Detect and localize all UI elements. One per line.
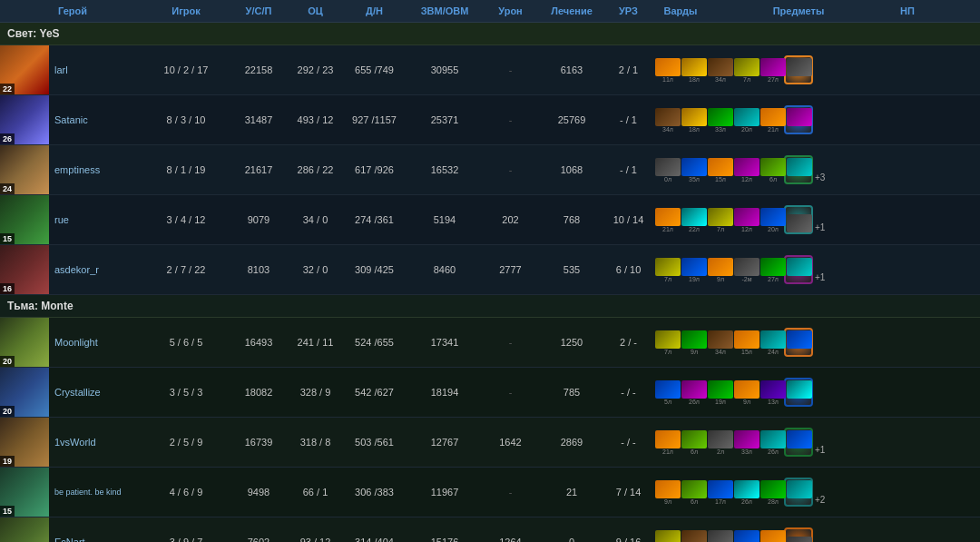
item-group: 21л: [655, 430, 681, 455]
hero-portrait: 24: [0, 145, 49, 194]
data-cell: 318 / 8: [290, 435, 340, 449]
light-team-rows: 22larl10 / 2 / 1722158292 / 23655 /74930…: [0, 45, 980, 295]
item-group: 18л: [681, 108, 707, 133]
hero-portrait: 15: [0, 195, 49, 244]
item-slot: [681, 58, 707, 76]
data-cell: 617 /926: [340, 163, 408, 177]
item-group: 22л: [681, 208, 707, 232]
hero-cell: 15be patient. be kind: [0, 468, 145, 517]
data-cell: 10 / 2 / 17: [145, 63, 227, 77]
item-time: 6л: [691, 498, 698, 505]
table-row: 20Moonlight5 / 6 / 516493241 / 11524 /65…: [0, 318, 980, 368]
item-slot: [760, 430, 786, 448]
data-cell: 2777: [481, 262, 540, 277]
data-cell: 31487: [227, 113, 290, 127]
data-cell: 328 / 9: [290, 385, 340, 399]
item-time: 7л: [664, 349, 671, 355]
data-cell: 12767: [408, 435, 481, 449]
data-cell: 11967: [408, 485, 481, 499]
data-cell: 16493: [227, 335, 290, 350]
item-slot: [734, 58, 760, 76]
item-group: 12л: [760, 530, 786, 543]
data-cell: 524 /655: [340, 335, 408, 350]
item-slot: [708, 258, 733, 276]
item-time: 21л: [662, 226, 673, 232]
team-light-header: Свет: YeS: [0, 23, 980, 45]
item-group: [787, 537, 812, 543]
item-group: 35л: [681, 158, 707, 182]
item-group: 18л: [681, 58, 707, 83]
data-cell: 18194: [408, 385, 481, 399]
item-slot: [734, 158, 760, 176]
data-cell: 274 /361: [340, 212, 408, 227]
item-slot: [734, 430, 760, 448]
item-slot: [734, 108, 760, 126]
items-cell: 34л18л33л20л21л25л: [653, 106, 708, 134]
item-time: 9л: [691, 349, 698, 355]
hero-level: 16: [0, 283, 15, 294]
data-cell: 493 / 12: [290, 113, 340, 127]
hero-cell: 22larl: [0, 45, 145, 94]
data-cell: 5 / 6 / 5: [145, 335, 227, 350]
data-cell: 202: [481, 212, 540, 227]
item-time: 7л: [664, 276, 671, 282]
data-cell: 9 / 16: [603, 535, 653, 542]
items-cell: 9л6л17л26л28л32л+2: [653, 478, 708, 507]
hero-name: rue: [54, 214, 69, 225]
items-cell: 21л22л7л12л20л+1: [653, 206, 708, 234]
data-cell: 286 / 22: [290, 163, 340, 177]
data-cell: 9498: [227, 485, 290, 499]
item-time: 18л: [689, 126, 700, 133]
item-slot: [708, 430, 733, 448]
col-player: Игрок: [145, 4, 227, 18]
data-cell: - / 1: [603, 113, 653, 127]
data-cell: 6163: [540, 63, 603, 77]
data-cell: 2 / 7 / 22: [145, 262, 227, 277]
table-row: 24emptiness8 / 1 / 1921617286 / 22617 /9…: [0, 145, 980, 195]
items-cell: 7л19л9л-2м27л-2м+1: [653, 256, 708, 284]
hero-name: Crystallize: [54, 387, 101, 398]
item-slot: [681, 480, 707, 498]
item-time: 5л: [664, 399, 671, 405]
item-slot: [787, 214, 812, 232]
data-cell: 927 /1157: [340, 113, 408, 127]
item-time: 35л: [689, 176, 700, 182]
col-dn: Д/Н: [340, 4, 408, 18]
hero-portrait: 19: [0, 418, 49, 467]
item-group: 0л: [708, 530, 733, 543]
hero-name: larl: [54, 64, 68, 75]
data-cell: 3 / 9 / 7: [145, 535, 227, 542]
item-slot: [787, 430, 812, 448]
data-cell: 309 /425: [340, 262, 408, 277]
item-slot: [708, 58, 733, 76]
item-slot: [734, 330, 760, 349]
data-cell: 25769: [540, 113, 603, 127]
items-cell: 5л26л19л9л13л33л: [653, 379, 708, 407]
data-cell: 785: [540, 385, 603, 399]
data-cell: 7602: [227, 535, 290, 542]
item-slot: [760, 58, 786, 76]
col-kda: У/С/П: [227, 4, 290, 18]
item-slot: [787, 380, 812, 399]
data-cell: -: [481, 63, 540, 77]
item-slot: [708, 208, 733, 226]
data-cell: 15176: [408, 535, 481, 542]
data-cell: 0: [540, 535, 603, 542]
data-cell: 1068: [540, 163, 603, 177]
item-time: 22л: [689, 226, 700, 232]
hero-cell: 15rue: [0, 195, 145, 244]
item-slot: [681, 108, 707, 126]
item-group: 9л: [655, 480, 681, 505]
item-slot: [760, 530, 786, 543]
data-cell: 3 / 5 / 3: [145, 385, 227, 399]
hero-level: 19: [0, 456, 15, 467]
hero-portrait: 26: [0, 95, 49, 144]
items-cell: 7л9л34л15л24л21л: [653, 329, 708, 357]
data-cell: 503 /561: [340, 435, 408, 449]
item-time: 6л: [691, 448, 698, 455]
item-slot: [655, 108, 681, 126]
data-cell: 8 / 1 / 19: [145, 163, 227, 177]
item-slot: [655, 530, 681, 543]
data-cell: 306 /383: [340, 485, 408, 499]
item-slot: [655, 480, 681, 498]
